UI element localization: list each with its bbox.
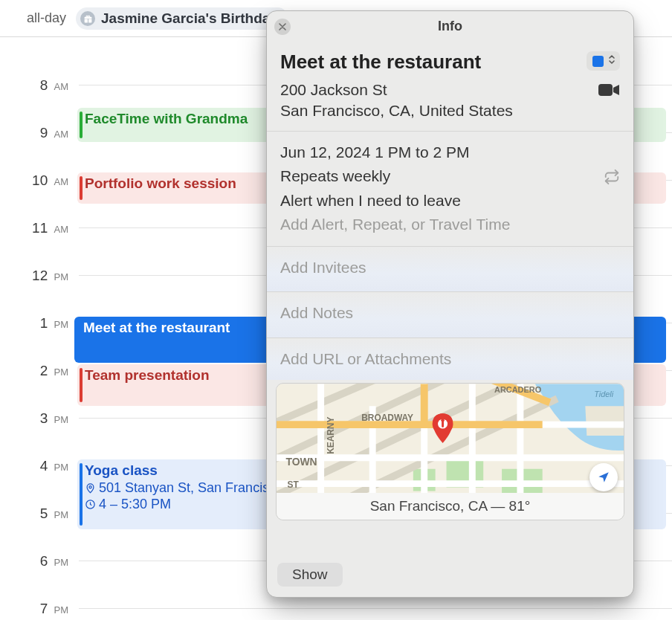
map-caption: San Francisco, CA — 81° <box>277 493 624 520</box>
popover-title: Info <box>267 19 633 34</box>
gift-icon <box>80 11 95 26</box>
svg-text:ARCADERO: ARCADERO <box>494 386 542 395</box>
add-invitees-section[interactable]: Add Invitees <box>267 246 633 292</box>
event-datetime[interactable]: Jun 12, 2024 1 PM to 2 PM <box>280 141 620 165</box>
all-day-event-pill[interactable]: Jasmine Garcia's Birthday <box>76 7 288 30</box>
add-alert-placeholder[interactable]: Add Alert, Repeat, or Travel Time <box>280 213 620 237</box>
popover-header: Info <box>267 11 633 42</box>
add-invitees-field[interactable]: Add Invitees <box>280 256 620 280</box>
event-time-section: Jun 12, 2024 1 PM to 2 PM Repeats weekly… <box>267 131 633 246</box>
pin-icon <box>85 482 96 494</box>
svg-rect-30 <box>442 422 444 428</box>
svg-text:ST: ST <box>288 479 300 490</box>
add-notes-section[interactable]: Add Notes <box>267 291 633 338</box>
svg-text:Tideli: Tideli <box>594 390 614 399</box>
calendar-color-select[interactable] <box>587 51 620 71</box>
event-title-section: Meet at the restaurant 200 Jackson St Sa… <box>267 42 633 131</box>
svg-point-31 <box>441 419 445 422</box>
chevron-updown-icon <box>608 54 616 68</box>
all-day-event-title: Jasmine Garcia's Birthday <box>101 10 278 27</box>
event-location-field[interactable]: 200 Jackson St San Francisco, CA, United… <box>280 80 590 122</box>
svg-text:TOWN: TOWN <box>285 456 317 468</box>
all-day-label: all-day <box>0 10 71 26</box>
add-notes-field[interactable]: Add Notes <box>280 301 620 326</box>
svg-point-0 <box>89 485 91 488</box>
svg-rect-2 <box>598 84 613 96</box>
location-map[interactable]: BROADWAY TOWN ST KEARNY ARCADERO Tideli … <box>276 383 624 520</box>
location-arrow-icon <box>597 471 610 484</box>
map-svg: BROADWAY TOWN ST KEARNY ARCADERO Tideli <box>277 384 624 495</box>
event-repeat[interactable]: Repeats weekly <box>280 164 620 189</box>
event-info-popover: Info Meet at the restaurant 200 Jackson … <box>266 10 634 598</box>
show-button[interactable]: Show <box>277 563 343 587</box>
repeat-icon <box>604 168 620 184</box>
event-alert[interactable]: Alert when I need to leave <box>280 189 620 213</box>
clock-icon <box>85 499 96 510</box>
svg-text:KEARNY: KEARNY <box>326 417 337 454</box>
event-title-field[interactable]: Meet at the restaurant <box>280 51 579 74</box>
add-url-section[interactable]: Add URL or Attachments <box>267 338 633 381</box>
calendar-swatch <box>592 56 604 67</box>
svg-text:BROADWAY: BROADWAY <box>361 413 413 424</box>
popover-footer: Show <box>267 557 633 597</box>
video-call-icon[interactable] <box>598 83 620 97</box>
add-url-field[interactable]: Add URL or Attachments <box>280 347 620 372</box>
